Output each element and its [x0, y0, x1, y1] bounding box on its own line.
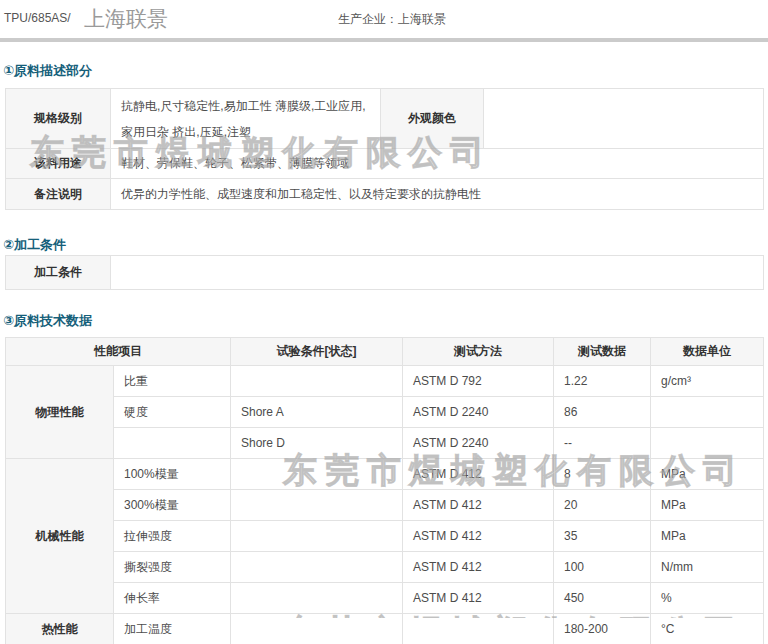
unit-cell: MPa [651, 490, 764, 521]
page-header: TPU/685AS/ 上海联景 生产企业：上海联景 [0, 0, 768, 38]
appearance-color-label: 外观颜色 [381, 89, 484, 149]
value-cell: 35 [554, 521, 651, 552]
col-header-value: 测试数据 [554, 338, 651, 366]
col-header-method: 测试方法 [403, 338, 554, 366]
brand-name: 上海联景 [84, 5, 168, 33]
tech-header-row: 性能项目 试验条件[状态] 测试方法 测试数据 数据单位 [6, 338, 764, 366]
property-cell: 撕裂强度 [114, 552, 231, 583]
tech-row: 拉伸强度 ASTM D 412 35 MPa [6, 521, 764, 552]
usage-label: 该料用途 [6, 149, 111, 179]
tech-row: Shore D ASTM D 2240 -- [6, 428, 764, 459]
spec-grade-value: 抗静电,尺寸稳定性,易加工性 薄膜级,工业应用,家用日杂 挤出,压延,注塑 [111, 89, 381, 149]
method-cell: ASTM D 412 [403, 552, 554, 583]
value-cell: -- [554, 428, 651, 459]
property-cell: 比重 [114, 366, 231, 397]
section-title-techdata: ③原料技术数据 [3, 312, 92, 330]
category-physical: 物理性能 [6, 366, 114, 459]
value-cell: 1.22 [554, 366, 651, 397]
tech-row: 撕裂强度 ASTM D 412 100 N/mm [6, 552, 764, 583]
usage-value: 鞋材、劳保鞋、轮子、松紧带、薄膜等领域 [111, 149, 764, 179]
method-cell: ASTM D 2240 [403, 397, 554, 428]
tech-row: 300%模量 ASTM D 412 20 MPa [6, 490, 764, 521]
unit-cell: N/mm [651, 552, 764, 583]
unit-cell: % [651, 583, 764, 614]
producer-value: 上海联景 [398, 12, 446, 26]
tech-data-table: 性能项目 试验条件[状态] 测试方法 测试数据 数据单位 物理性能 比重 AST… [5, 337, 764, 644]
condition-cell [231, 459, 403, 490]
tech-row: 热性能 加工温度 180-200 °C [6, 614, 764, 644]
tech-row: 机械性能 100%模量 ASTM D 412 8 MPa [6, 459, 764, 490]
remark-value: 优异的力学性能、成型速度和加工稳定性、以及特定要求的抗静电性 [111, 179, 764, 210]
col-header-property: 性能项目 [6, 338, 231, 366]
condition-cell [231, 552, 403, 583]
condition-cell: Shore A [231, 397, 403, 428]
property-cell: 硬度 [114, 397, 231, 428]
processing-table: 加工条件 [5, 255, 764, 290]
unit-cell [651, 428, 764, 459]
condition-cell [231, 583, 403, 614]
property-cell: 拉伸强度 [114, 521, 231, 552]
condition-cell [231, 521, 403, 552]
table-row: 该料用途 鞋材、劳保鞋、轮子、松紧带、薄膜等领域 [6, 149, 764, 179]
producer-label: 生产企业： [338, 12, 398, 26]
value-cell: 20 [554, 490, 651, 521]
property-cell [114, 428, 231, 459]
spec-grade-label: 规格级别 [6, 89, 111, 149]
col-header-condition: 试验条件[状态] [231, 338, 403, 366]
condition-cell: Shore D [231, 428, 403, 459]
unit-cell: MPa [651, 459, 764, 490]
value-cell: 100 [554, 552, 651, 583]
processing-label: 加工条件 [6, 256, 111, 290]
unit-cell: MPa [651, 521, 764, 552]
category-thermal: 热性能 [6, 614, 114, 644]
method-cell: ASTM D 412 [403, 583, 554, 614]
property-cell: 加工温度 [114, 614, 231, 644]
condition-cell [231, 490, 403, 521]
table-row: 加工条件 [6, 256, 764, 290]
unit-cell: °C [651, 614, 764, 644]
processing-value [111, 256, 764, 290]
header-divider [0, 38, 768, 42]
method-cell: ASTM D 2240 [403, 428, 554, 459]
value-cell: 180-200 [554, 614, 651, 644]
table-row: 备注说明 优异的力学性能、成型速度和加工稳定性、以及特定要求的抗静电性 [6, 179, 764, 210]
col-header-unit: 数据单位 [651, 338, 764, 366]
table-row: 规格级别 抗静电,尺寸稳定性,易加工性 薄膜级,工业应用,家用日杂 挤出,压延,… [6, 89, 764, 149]
condition-cell [231, 366, 403, 397]
description-table: 规格级别 抗静电,尺寸稳定性,易加工性 薄膜级,工业应用,家用日杂 挤出,压延,… [5, 88, 764, 210]
tech-row: 伸长率 ASTM D 412 450 % [6, 583, 764, 614]
property-cell: 300%模量 [114, 490, 231, 521]
value-cell: 450 [554, 583, 651, 614]
property-cell: 100%模量 [114, 459, 231, 490]
method-cell: ASTM D 792 [403, 366, 554, 397]
tech-row: 硬度 Shore A ASTM D 2240 86 [6, 397, 764, 428]
method-cell: ASTM D 412 [403, 490, 554, 521]
method-cell [403, 614, 554, 644]
producer-info: 生产企业：上海联景 [338, 11, 446, 28]
value-cell: 8 [554, 459, 651, 490]
appearance-color-value [484, 89, 764, 149]
method-cell: ASTM D 412 [403, 521, 554, 552]
tech-row: 物理性能 比重 ASTM D 792 1.22 g/cm³ [6, 366, 764, 397]
value-cell: 86 [554, 397, 651, 428]
grade-code: TPU/685AS/ [4, 11, 71, 25]
property-cell: 伸长率 [114, 583, 231, 614]
remark-label: 备注说明 [6, 179, 111, 210]
unit-cell: g/cm³ [651, 366, 764, 397]
condition-cell [231, 614, 403, 644]
category-mechanical: 机械性能 [6, 459, 114, 614]
unit-cell [651, 397, 764, 428]
section-title-description: ①原料描述部分 [3, 62, 92, 80]
method-cell: ASTM D 412 [403, 459, 554, 490]
section-title-processing: ②加工条件 [3, 236, 66, 254]
